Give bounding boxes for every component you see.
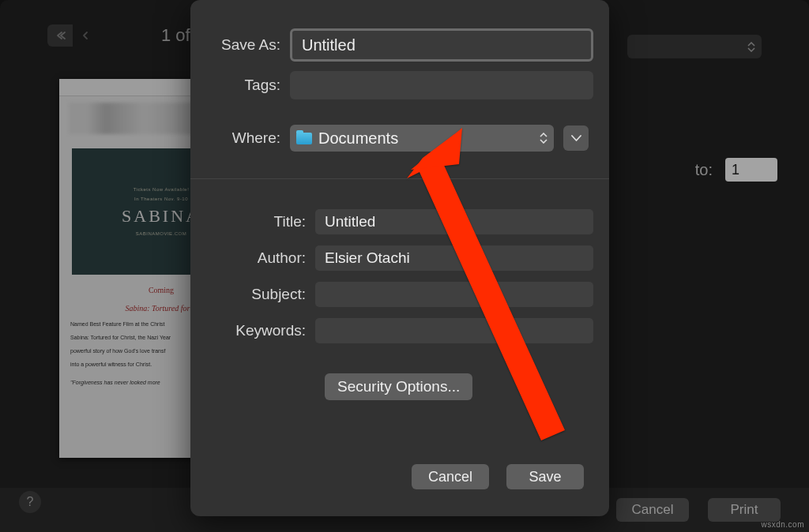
folder-icon xyxy=(296,133,312,144)
title-label: Title: xyxy=(206,213,315,230)
where-row: Where: Documents xyxy=(190,125,609,152)
title-input[interactable] xyxy=(315,209,593,234)
security-options-row: Security Options... xyxy=(190,373,609,400)
chevron-up-down-icon xyxy=(540,133,547,144)
metadata-section: Title: Author: Subject: Keywords: xyxy=(190,198,609,343)
saveas-input[interactable] xyxy=(290,28,593,62)
cancel-button[interactable]: Cancel xyxy=(412,464,489,489)
where-value: Documents xyxy=(318,129,398,148)
tags-row: Tags: xyxy=(190,71,609,99)
subject-row: Subject: xyxy=(190,282,609,307)
subject-label: Subject: xyxy=(206,286,315,303)
keywords-input[interactable] xyxy=(315,318,593,343)
saveas-row: Save As: xyxy=(190,28,609,62)
title-row: Title: xyxy=(190,209,609,234)
tags-label: Tags: xyxy=(206,77,290,94)
keywords-row: Keywords: xyxy=(190,318,609,343)
save-button[interactable]: Save xyxy=(506,464,584,489)
keywords-label: Keywords: xyxy=(206,322,315,339)
saveas-label: Save As: xyxy=(206,36,290,54)
sheet-footer: Cancel Save xyxy=(190,464,609,516)
tags-input[interactable] xyxy=(290,71,593,99)
where-label: Where: xyxy=(206,129,290,147)
divider xyxy=(190,178,609,179)
chevron-down-icon xyxy=(571,135,581,141)
author-row: Author: xyxy=(190,245,609,271)
author-input[interactable] xyxy=(315,245,593,271)
watermark: wsxdn.com xyxy=(761,520,804,529)
expand-location-button[interactable] xyxy=(563,126,589,151)
author-label: Author: xyxy=(206,249,315,267)
subject-input[interactable] xyxy=(315,282,593,307)
security-options-button[interactable]: Security Options... xyxy=(325,373,472,400)
where-select[interactable]: Documents xyxy=(290,125,554,152)
save-sheet: Save As: Tags: Where: Documents Title: A… xyxy=(190,0,609,516)
